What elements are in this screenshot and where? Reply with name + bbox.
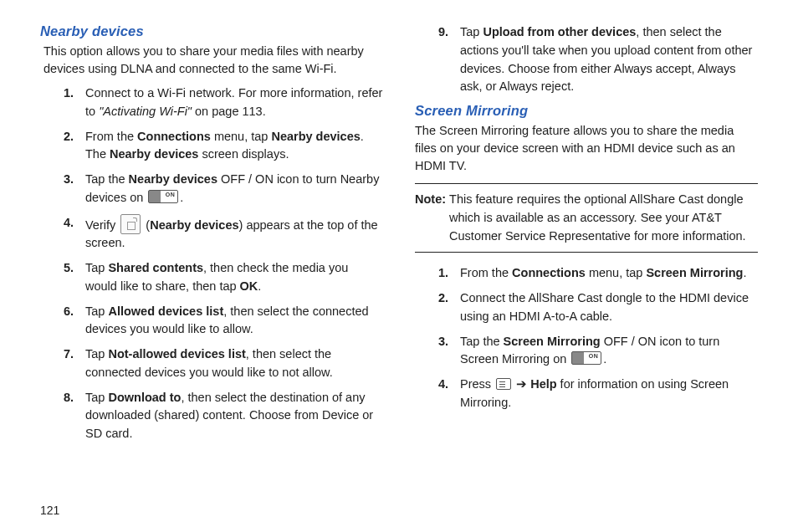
page-columns: Nearby devices This option allows you to… <box>40 23 758 450</box>
step-body: From the Connections menu, tap Screen Mi… <box>460 264 758 283</box>
step-8: 8. Tap Download to, then select the dest… <box>40 389 383 443</box>
step-6: 6. Tap Allowed devices list, then select… <box>40 303 383 340</box>
step-number: 6. <box>40 303 85 340</box>
step-number: 7. <box>40 345 85 382</box>
intro-nearby-devices: This option allows you to share your med… <box>43 43 383 78</box>
step-sm-1: 1. From the Connections menu, tap Screen… <box>415 264 758 283</box>
step-number: 9. <box>415 23 460 96</box>
step-9: 9. Tap Upload from other devices, then s… <box>415 23 758 96</box>
menu-icon <box>496 378 511 390</box>
page-number: 121 <box>40 504 59 517</box>
step-body: Connect the AllShare Cast dongle to the … <box>460 289 758 326</box>
step-number: 2. <box>415 289 460 326</box>
step-body: Tap the Nearby devices OFF / ON icon to … <box>85 171 383 207</box>
step-body: Connect to a Wi-Fi network. For more inf… <box>85 84 383 121</box>
step-number: 3. <box>415 333 460 370</box>
step-sm-2: 2. Connect the AllShare Cast dongle to t… <box>415 289 758 326</box>
step-3: 3. Tap the Nearby devices OFF / ON icon … <box>40 171 383 207</box>
step-5: 5. Tap Shared contents, then check the m… <box>40 259 383 296</box>
right-column: 9. Tap Upload from other devices, then s… <box>415 23 758 450</box>
toggle-on-icon <box>148 190 178 203</box>
steps-nearby-devices-cont: 9. Tap Upload from other devices, then s… <box>415 23 758 96</box>
step-number: 1. <box>40 84 85 121</box>
note-block: Note: This feature requires the optional… <box>415 183 758 253</box>
step-body: Tap Download to, then select the destina… <box>85 389 383 443</box>
steps-screen-mirroring: 1. From the Connections menu, tap Screen… <box>415 264 758 412</box>
step-body: Verify (Nearby devices) appears at the t… <box>85 214 383 253</box>
steps-nearby-devices: 1. Connect to a Wi-Fi network. For more … <box>40 84 383 443</box>
step-body: Tap Allowed devices list, then select th… <box>85 303 383 340</box>
nearby-devices-icon <box>120 214 141 234</box>
left-column: Nearby devices This option allows you to… <box>40 23 383 450</box>
step-body: Press ➔ Help for information on using Sc… <box>460 376 758 412</box>
step-2: 2. From the Connections menu, tap Nearby… <box>40 128 383 165</box>
step-number: 2. <box>40 128 85 165</box>
toggle-on-icon <box>571 351 601 365</box>
note-label: Note: <box>415 191 446 245</box>
step-sm-4: 4. Press ➔ Help for information on using… <box>415 376 758 412</box>
step-4: 4. Verify (Nearby devices) appears at th… <box>40 214 383 253</box>
step-number: 1. <box>415 264 460 283</box>
step-sm-3: 3. Tap the Screen Mirroring OFF / ON ico… <box>415 333 758 370</box>
step-number: 5. <box>40 259 85 296</box>
step-body: Tap Not-allowed devices list, then selec… <box>85 345 383 382</box>
step-number: 4. <box>415 376 460 412</box>
step-7: 7. Tap Not-allowed devices list, then se… <box>40 345 383 382</box>
step-body: Tap Upload from other devices, then sele… <box>460 23 758 96</box>
step-number: 4. <box>40 214 85 253</box>
step-body: From the Connections menu, tap Nearby de… <box>85 128 383 165</box>
step-body: Tap Shared contents, then check the medi… <box>85 259 383 296</box>
heading-screen-mirroring: Screen Mirroring <box>415 103 758 119</box>
step-number: 8. <box>40 389 85 443</box>
note-body: This feature requires the optional AllSh… <box>449 191 758 245</box>
heading-nearby-devices: Nearby devices <box>40 23 383 39</box>
step-body: Tap the Screen Mirroring OFF / ON icon t… <box>460 333 758 370</box>
step-1: 1. Connect to a Wi-Fi network. For more … <box>40 84 383 121</box>
step-number: 3. <box>40 171 85 207</box>
intro-screen-mirroring: The Screen Mirroring feature allows you … <box>415 122 758 175</box>
